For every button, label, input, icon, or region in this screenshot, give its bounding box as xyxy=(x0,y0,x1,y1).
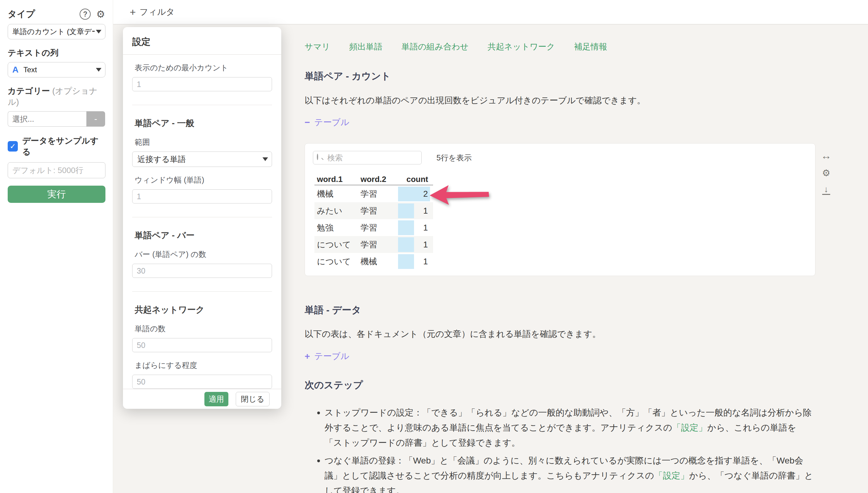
chevron-down-icon xyxy=(262,157,268,161)
divider xyxy=(132,217,272,217)
table-tool-icons: ↔ ⚙ ↓ xyxy=(820,149,832,196)
run-button[interactable]: 実行 xyxy=(8,186,105,203)
sample-data-checkbox[interactable]: ✓ xyxy=(8,141,18,152)
word-count-label: 単語の数 xyxy=(135,324,272,334)
tab-supplementary-info[interactable]: 補足情報 xyxy=(574,41,607,52)
tab-word-combinations[interactable]: 単語の組み合わせ xyxy=(402,41,469,52)
range-select[interactable]: 近接する単語 xyxy=(132,152,272,167)
word-data-table-toggle[interactable]: + テーブル xyxy=(305,350,349,362)
gear-icon[interactable]: ⚙ xyxy=(96,9,105,19)
sparsity-label: まばらにする程度 xyxy=(135,360,272,370)
add-filter-button[interactable]: + フィルタ xyxy=(130,6,175,18)
count-bar xyxy=(398,237,414,252)
analytics-type-select[interactable]: 単語のカウント (文章データ) xyxy=(8,24,105,39)
pair-count-table-toggle[interactable]: − テーブル xyxy=(305,116,349,128)
tab-summary[interactable]: サマリ xyxy=(305,41,330,52)
list-item: ストップワードの設定：「できる」「られる」などの一般的な助動詞や、「方」「者」と… xyxy=(325,405,814,450)
add-filter-label: フィルタ xyxy=(139,6,175,18)
table-row[interactable]: 勉強 学習 1 xyxy=(314,219,433,236)
word-count-input[interactable] xyxy=(132,338,272,352)
count-cell: 1 xyxy=(398,254,430,269)
column-header-word2[interactable]: word.2 xyxy=(361,175,398,184)
word-data-title: 単語 - データ xyxy=(305,304,361,317)
count-bar xyxy=(398,220,414,235)
count-cell: 2 xyxy=(398,187,430,201)
bars-count-input[interactable] xyxy=(132,264,272,278)
text-type-icon: A xyxy=(12,65,18,75)
next-steps-list: ストップワードの設定：「できる」「られる」などの一般的な助動詞や、「方」「者」と… xyxy=(325,405,814,493)
count-cell: 1 xyxy=(398,220,430,235)
bars-count-label: バー (単語ペア) の数 xyxy=(135,249,272,259)
top-filter-bar: + フィルタ xyxy=(113,0,868,25)
analytics-type-value: 単語のカウント (文章データ) xyxy=(12,27,95,37)
chevron-down-icon xyxy=(96,68,102,72)
table-search xyxy=(313,151,422,165)
expand-icon: + xyxy=(305,351,310,361)
word-data-description: 以下の表は、各ドキュメント（元の文章）に含まれる単語を確認できます。 xyxy=(305,328,601,340)
pair-count-description: 以下はそれぞれの単語のペアの出現回数をビジュアル付きのテーブルで確認できます。 xyxy=(305,95,646,106)
settings-link[interactable]: 「設定」 xyxy=(654,471,689,480)
count-bar xyxy=(398,254,414,269)
pair-general-heading: 単語ペア - 一般 xyxy=(135,117,272,129)
tab-frequent-words[interactable]: 頻出単語 xyxy=(349,41,382,52)
list-item: つなぐ単語の登録：「Web」と「会議」のように、別々に数えられているが実際には一… xyxy=(325,453,814,493)
download-icon[interactable]: ↓ xyxy=(820,184,832,196)
settings-panel: 設定 表示のための最小カウント 単語ペア - 一般 範囲 近接する単語 ウィンド… xyxy=(123,27,281,409)
window-width-input[interactable] xyxy=(132,189,272,203)
count-cell: 1 xyxy=(398,203,430,218)
report-tabs: サマリ 頻出単語 単語の組み合わせ 共起ネットワーク 補足情報 xyxy=(305,41,607,52)
sparsity-input[interactable] xyxy=(132,375,272,389)
count-bar xyxy=(398,203,414,218)
pair-bars-heading: 単語ペア - バー xyxy=(135,230,272,241)
category-label: カテゴリー (オプショナル) xyxy=(8,85,105,108)
next-steps-title: 次のステップ xyxy=(305,379,363,391)
tab-cooccurrence-network[interactable]: 共起ネットワーク xyxy=(487,41,555,52)
plus-icon: + xyxy=(130,6,136,18)
table-row[interactable]: について 学習 1 xyxy=(314,236,433,253)
rows-shown-label: 5行を表示 xyxy=(436,153,472,163)
table-row[interactable]: 機械 学習 2 xyxy=(314,185,433,202)
column-header-count[interactable]: count xyxy=(398,175,430,184)
category-select-input[interactable] xyxy=(8,111,86,127)
help-icon[interactable]: ? xyxy=(80,8,91,20)
range-label: 範囲 xyxy=(135,137,272,147)
word-pair-table-card: 5行を表示 word.1 word.2 count 機械 学習 2 みたい 学習… xyxy=(305,143,816,276)
text-column-select[interactable]: A Text xyxy=(8,62,105,78)
settings-panel-title: 設定 xyxy=(132,36,272,48)
count-cell: 1 xyxy=(398,237,430,252)
type-label: タイプ xyxy=(8,8,80,20)
table-settings-icon[interactable]: ⚙ xyxy=(820,167,832,179)
min-count-label: 表示のための最小カウント xyxy=(135,63,272,73)
pair-count-title: 単語ペア - カウント xyxy=(305,70,391,83)
network-heading: 共起ネットワーク xyxy=(135,304,272,316)
sample-rows-input[interactable] xyxy=(8,162,105,178)
text-column-value: Text xyxy=(23,65,37,74)
category-clear-button[interactable]: - xyxy=(86,111,105,127)
settings-link[interactable]: 「設定」 xyxy=(672,423,707,432)
word-pair-table: word.1 word.2 count 機械 学習 2 みたい 学習 1 勉強 … xyxy=(314,174,433,270)
search-input[interactable] xyxy=(313,151,422,165)
table-header-row: word.1 word.2 count xyxy=(314,174,433,185)
close-button[interactable]: 閉じる xyxy=(236,392,269,406)
chevron-down-icon xyxy=(96,30,102,34)
sample-data-label: データをサンプルする xyxy=(22,135,105,157)
range-value: 近接する単語 xyxy=(137,154,186,165)
apply-button[interactable]: 適用 xyxy=(204,392,229,406)
text-column-label: テキストの列 xyxy=(8,47,105,58)
resize-width-icon[interactable]: ↔ xyxy=(820,149,832,162)
collapse-icon: − xyxy=(305,117,310,128)
column-header-word1[interactable]: word.1 xyxy=(314,175,361,184)
sidebar: タイプ ? ⚙ 単語のカウント (文章データ) テキストの列 A Text カテ… xyxy=(0,0,113,493)
table-row[interactable]: について 機械 1 xyxy=(314,253,433,270)
min-count-input[interactable] xyxy=(132,77,272,91)
window-width-label: ウィンドウ幅 (単語) xyxy=(135,175,272,185)
table-row[interactable]: みたい 学習 1 xyxy=(314,202,433,219)
